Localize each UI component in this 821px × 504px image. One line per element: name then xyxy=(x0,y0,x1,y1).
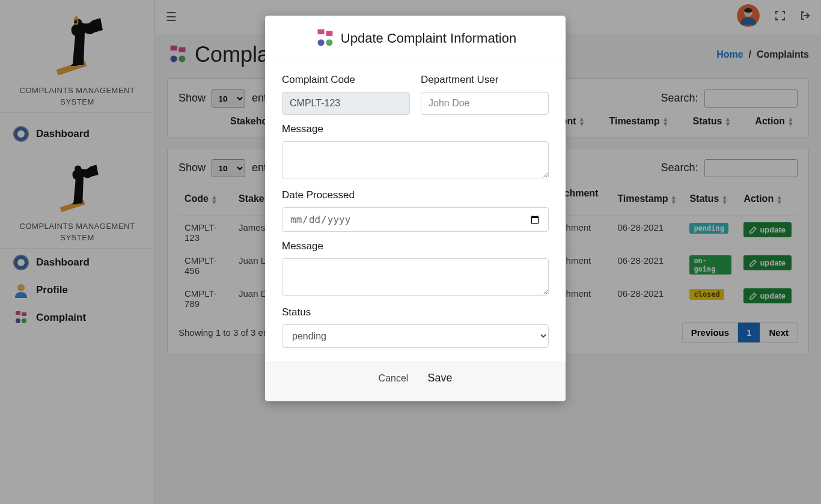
save-button[interactable]: Save xyxy=(427,372,452,384)
complaint-icon xyxy=(314,28,336,49)
textarea-message1[interactable] xyxy=(282,141,549,178)
label-user: Department User xyxy=(421,74,549,86)
cancel-button[interactable]: Cancel xyxy=(379,372,409,384)
input-department-user[interactable] xyxy=(421,92,549,115)
svg-rect-17 xyxy=(317,29,324,34)
svg-point-19 xyxy=(317,39,324,46)
svg-point-20 xyxy=(326,39,332,46)
label-message2: Message xyxy=(282,240,549,252)
modal-title: Update Complaint Information xyxy=(341,31,516,46)
textarea-message2[interactable] xyxy=(282,258,549,296)
input-complaint-code xyxy=(282,92,410,115)
input-date-processed[interactable] xyxy=(282,207,549,232)
label-date: Date Processed xyxy=(282,189,549,201)
select-status[interactable]: pending xyxy=(282,324,549,348)
modal-header: Update Complaint Information xyxy=(265,16,566,58)
label-message1: Message xyxy=(282,123,549,135)
label-status: Status xyxy=(282,306,549,318)
modal-body: Complaint Code Department User Message D… xyxy=(265,58,566,361)
svg-rect-18 xyxy=(326,31,332,36)
update-complaint-modal: Update Complaint Information Complaint C… xyxy=(265,16,566,401)
label-code: Complaint Code xyxy=(282,74,410,86)
modal-footer: Cancel Save xyxy=(265,361,566,401)
